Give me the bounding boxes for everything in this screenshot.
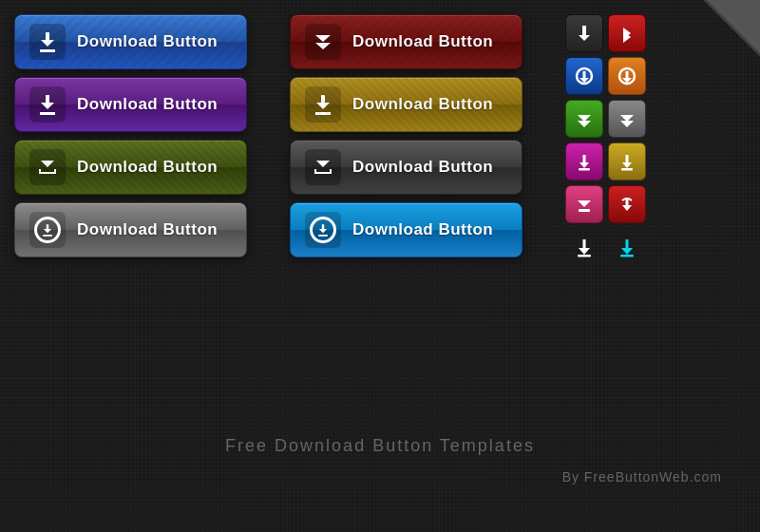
icon-row-2 <box>565 57 646 95</box>
icon-btn-darkred-1[interactable] <box>608 185 646 223</box>
btn-label-brightblue: Download Button <box>352 220 493 239</box>
svg-marker-27 <box>621 248 633 255</box>
btn-icon-darkgray <box>305 149 341 185</box>
svg-rect-21 <box>579 209 590 212</box>
btn-icon-yellow <box>305 86 341 123</box>
btn-label-darkred: Download Button <box>352 32 493 51</box>
icon-btn-dark-1[interactable] <box>565 14 603 52</box>
left-button-column: Download Button Download Button Download… <box>14 14 256 265</box>
btn-label-purple: Download Button <box>77 95 218 114</box>
svg-rect-14 <box>583 155 586 163</box>
svg-rect-26 <box>626 239 629 249</box>
svg-rect-5 <box>583 71 586 78</box>
svg-rect-28 <box>620 255 634 257</box>
download-button-purple[interactable]: Download Button <box>14 77 247 132</box>
download-button-darkred[interactable]: Download Button <box>290 14 522 69</box>
right-button-column: Download Button Download Button Download… <box>290 14 532 265</box>
svg-marker-20 <box>578 200 591 207</box>
download-button-olive[interactable]: Download Button <box>14 140 247 195</box>
icon-row-5 <box>565 185 646 223</box>
btn-icon-brightblue <box>305 212 341 248</box>
svg-rect-16 <box>579 168 590 171</box>
btn-icon-olive <box>29 149 66 185</box>
icon-btn-magenta-1[interactable] <box>565 142 603 180</box>
svg-rect-0 <box>582 26 586 35</box>
svg-marker-22 <box>622 205 632 211</box>
btn-label-darkgray: Download Button <box>352 158 493 177</box>
svg-marker-13 <box>620 121 634 127</box>
btn-icon-purple <box>29 86 66 123</box>
btn-icon-blue <box>29 24 66 60</box>
icon-btn-orange-1[interactable] <box>608 57 646 95</box>
icon-btn-white-1[interactable] <box>565 228 603 266</box>
icon-btn-red-1[interactable] <box>608 14 646 52</box>
btn-label-olive: Download Button <box>77 158 218 177</box>
download-button-yellow[interactable]: Download Button <box>290 77 522 132</box>
icon-row-1 <box>565 14 646 52</box>
footer-title: Free Download Button Templates <box>0 436 760 456</box>
svg-marker-11 <box>578 121 591 127</box>
btn-icon-darkred <box>305 24 341 60</box>
download-button-blue[interactable]: Download Button <box>14 14 247 69</box>
btn-label-blue: Download Button <box>77 32 218 51</box>
btn-label-yellow: Download Button <box>352 95 493 114</box>
icon-btn-green-1[interactable] <box>565 100 603 138</box>
btn-icon-gray <box>29 212 66 248</box>
icon-btn-yellow-1[interactable] <box>608 142 646 180</box>
footer-credit: By FreeButtonWeb.com <box>562 469 722 484</box>
svg-rect-19 <box>621 168 633 171</box>
page-curl <box>703 0 760 57</box>
svg-marker-18 <box>622 162 632 168</box>
svg-marker-15 <box>580 162 589 168</box>
download-button-darkgray[interactable]: Download Button <box>290 140 522 195</box>
svg-marker-24 <box>579 248 590 255</box>
icon-btn-cyan-1[interactable] <box>608 228 646 266</box>
download-button-gray[interactable]: Download Button <box>14 202 247 257</box>
icon-row-6 <box>565 228 646 266</box>
svg-rect-23 <box>583 239 586 249</box>
svg-rect-8 <box>626 71 629 78</box>
icon-row-4 <box>565 142 646 180</box>
svg-rect-17 <box>626 155 629 163</box>
btn-label-gray: Download Button <box>77 220 218 239</box>
icon-btn-blue-1[interactable] <box>565 57 603 95</box>
icon-column <box>565 14 646 266</box>
icon-row-3 <box>565 100 646 138</box>
icon-btn-pink-1[interactable] <box>565 185 603 223</box>
download-button-brightblue[interactable]: Download Button <box>290 202 522 257</box>
svg-marker-12 <box>620 115 634 122</box>
svg-marker-10 <box>578 115 591 122</box>
svg-rect-25 <box>578 255 591 257</box>
svg-marker-1 <box>579 35 590 41</box>
icon-btn-silver-1[interactable] <box>608 100 646 138</box>
